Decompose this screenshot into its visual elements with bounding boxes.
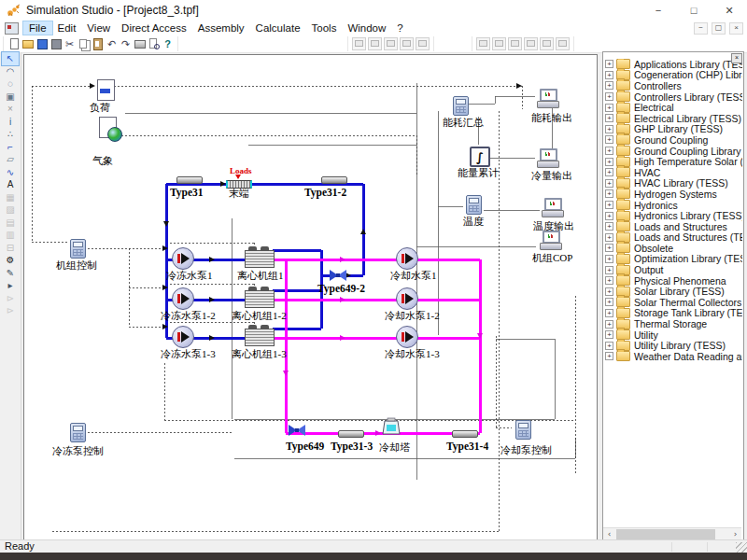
library-tree-item[interactable]: + Weather Data Reading and Process — [605, 351, 742, 362]
library-tree-item[interactable]: + Hydrogen Systems — [605, 189, 742, 200]
cooling-pump-control-icon[interactable] — [515, 420, 531, 440]
expand-plus-icon[interactable]: + — [605, 189, 613, 198]
toolbar-assembly-links[interactable] — [416, 37, 430, 50]
toolbar-save-workspace[interactable] — [49, 37, 62, 50]
cooling-output-icon[interactable] — [537, 148, 559, 167]
chilled-pump-1-icon[interactable] — [172, 247, 194, 270]
expand-plus-icon[interactable]: + — [605, 179, 613, 188]
expand-plus-icon[interactable]: + — [605, 330, 613, 339]
chilled-pump-2-icon[interactable] — [172, 287, 194, 310]
pipe-type31-2-icon[interactable] — [321, 176, 347, 184]
menu-item-tools[interactable]: Tools — [306, 21, 343, 35]
tool-zoom[interactable]: ◌ — [2, 77, 19, 91]
expand-plus-icon[interactable]: + — [605, 92, 613, 101]
tool-layers-a[interactable]: ▤ — [2, 217, 19, 230]
toolbar-save[interactable] — [35, 37, 48, 50]
toolbar-assembly-table[interactable] — [384, 37, 398, 50]
scroll-thumb[interactable] — [616, 529, 715, 539]
expand-plus-icon[interactable]: + — [605, 233, 613, 242]
cooling-pump-2-icon[interactable] — [396, 287, 418, 310]
load-file-icon[interactable] — [97, 79, 115, 101]
temperature-calc-icon[interactable] — [466, 195, 482, 215]
project-canvas[interactable]: 负荷 气象 Type31 末端 Type31-2 能耗汇总 能耗输出 能量累计 … — [23, 54, 598, 540]
minimize-button[interactable]: − — [641, 0, 676, 21]
toolbar-undo[interactable]: ↶ — [106, 37, 118, 50]
temperature-output-icon[interactable] — [542, 198, 564, 217]
toolbar-paste[interactable] — [92, 37, 104, 50]
library-tree-item[interactable]: + Thermal Storage — [605, 318, 742, 329]
maximize-button[interactable]: □ — [676, 0, 712, 21]
diverter-type649-2-icon[interactable] — [329, 268, 347, 283]
pipe-type31-icon[interactable] — [176, 176, 203, 184]
tool-info[interactable]: i — [2, 116, 19, 129]
library-tree-item[interactable]: + HVAC Library (TESS) — [605, 178, 742, 189]
expand-plus-icon[interactable]: + — [605, 276, 613, 285]
chiller-2-icon[interactable] — [245, 290, 275, 308]
project-icon[interactable] — [5, 22, 19, 35]
tool-wrench[interactable]: ⌐ — [2, 141, 19, 154]
library-tree-item[interactable]: + Loads and Structures — [605, 221, 742, 232]
expand-plus-icon[interactable]: + — [605, 71, 613, 79]
expand-plus-icon[interactable]: + — [605, 104, 613, 112]
toolbar-assembly-pen[interactable] — [400, 37, 414, 50]
toolbar-da-output[interactable] — [492, 37, 506, 50]
library-tree-item[interactable]: + Solar Library (TESS) — [605, 286, 742, 297]
library-tree-item[interactable]: + Utility Library (TESS) — [605, 340, 742, 351]
tool-settings[interactable]: ⚙ — [2, 254, 19, 267]
pipe-type31-4-icon[interactable] — [452, 430, 478, 438]
energy-integrator-icon[interactable] — [470, 147, 490, 167]
library-tree-item[interactable]: + Electrical Library (TESS) — [605, 113, 742, 124]
expand-plus-icon[interactable]: + — [605, 320, 613, 329]
expand-plus-icon[interactable]: + — [605, 114, 613, 122]
expand-plus-icon[interactable]: + — [605, 201, 613, 209]
cooling-pump-1-icon[interactable] — [396, 247, 418, 270]
cooling-tower-icon[interactable] — [381, 417, 402, 435]
toolbar-da-files[interactable] — [524, 37, 538, 50]
tool-flag-b[interactable]: ⊳ — [2, 304, 19, 317]
toolbar-da-print[interactable] — [540, 37, 554, 50]
library-tree-item[interactable]: + Cogeneration (CHP) Library (TESS) — [605, 70, 742, 81]
library-tree-item[interactable]: + Ground Coupling — [605, 134, 742, 146]
menu-item-view[interactable]: View — [81, 21, 116, 35]
library-tree-item[interactable]: + Physical Phenomena — [605, 275, 742, 287]
library-tree-item[interactable]: + Hydronics Library (TESS) — [605, 210, 742, 221]
expand-plus-icon[interactable]: + — [605, 135, 613, 144]
library-tree-item[interactable]: + High Temperature Solar (TESS) — [605, 156, 742, 167]
chiller-1-icon[interactable] — [245, 250, 275, 268]
library-tree-item[interactable]: + GHP Library (TESS) — [605, 124, 742, 135]
expand-plus-icon[interactable]: + — [605, 287, 613, 296]
mdi-restore-button[interactable]: ▢ — [712, 22, 726, 35]
mdi-close-button[interactable]: × — [729, 22, 743, 35]
library-tree-item[interactable]: + Applications Library (TESS) — [605, 59, 742, 70]
library-tree-item[interactable]: + HVAC — [605, 167, 742, 178]
diverter-type649-icon[interactable] — [288, 423, 306, 438]
toolbar-da-export[interactable] — [556, 37, 570, 50]
chilled-pump-control-icon[interactable] — [70, 423, 86, 442]
library-tree-item[interactable]: + Hydronics — [605, 200, 742, 211]
menu-item-edit[interactable]: Edit — [52, 21, 82, 35]
menu-item-file[interactable]: File — [23, 21, 52, 35]
menu-item-assembly[interactable]: Assembly — [192, 21, 250, 35]
chiller-3-icon[interactable] — [245, 329, 275, 346]
library-tree-item[interactable]: + Obsolete — [605, 243, 742, 254]
toolbar-copy[interactable] — [78, 37, 90, 50]
menu-item-direct-access[interactable]: Direct Access — [116, 21, 192, 35]
expand-plus-icon[interactable]: + — [605, 125, 613, 133]
tool-flag-a[interactable]: ⊳ — [2, 292, 19, 305]
toolbar-da-info[interactable] — [508, 37, 522, 50]
toolbar-assembly-download[interactable] — [368, 37, 382, 50]
panel-close-icon[interactable]: × — [731, 53, 742, 63]
toolbar-da-input[interactable] — [476, 37, 490, 50]
tool-select[interactable]: ↖ — [2, 52, 19, 65]
toolbar-print-preview[interactable] — [148, 37, 160, 50]
close-button[interactable]: ✕ — [712, 0, 747, 21]
menu-item-help[interactable]: ? — [391, 21, 408, 35]
tool-draw[interactable]: ✎ — [2, 267, 19, 280]
expand-plus-icon[interactable]: + — [605, 255, 613, 263]
expand-plus-icon[interactable]: + — [605, 147, 613, 155]
expand-plus-icon[interactable]: + — [605, 352, 613, 360]
expand-plus-icon[interactable]: + — [605, 60, 613, 68]
unit-control-icon[interactable] — [70, 239, 86, 259]
library-tree-item[interactable]: + Utility — [605, 329, 742, 341]
library-tree-item[interactable]: + Optimization Library (TESS) — [605, 254, 742, 265]
